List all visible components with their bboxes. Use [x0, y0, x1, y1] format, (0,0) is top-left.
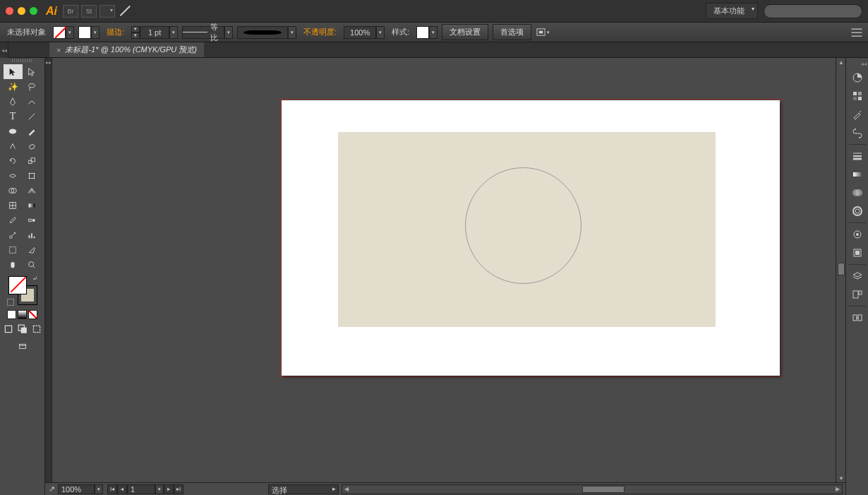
- fill-color-indicator[interactable]: [8, 276, 27, 294]
- preferences-button[interactable]: 首选项: [493, 24, 531, 40]
- fill-swatch[interactable]: [53, 26, 66, 39]
- lasso-tool[interactable]: [23, 79, 42, 94]
- brushes-panel-button[interactable]: [849, 106, 866, 123]
- direct-selection-tool[interactable]: [23, 64, 42, 79]
- ellipse-tool[interactable]: [4, 124, 23, 138]
- links-panel-button[interactable]: [849, 309, 866, 326]
- shaper-tool[interactable]: [4, 138, 23, 153]
- next-artboard-button[interactable]: ▸: [164, 484, 174, 494]
- rotate-tool[interactable]: [4, 153, 23, 168]
- close-window-button[interactable]: [6, 7, 13, 15]
- tools-grip[interactable]: [12, 59, 33, 62]
- cc-libraries-panel-button[interactable]: [849, 203, 866, 220]
- eraser-tool[interactable]: [23, 138, 42, 153]
- scroll-left-button[interactable]: ◀: [342, 486, 351, 493]
- opacity-label[interactable]: 不透明度:: [301, 27, 339, 37]
- stroke-panel-button[interactable]: [849, 148, 866, 165]
- eyedropper-tool[interactable]: [4, 213, 23, 227]
- swap-fill-stroke[interactable]: ⤾: [32, 275, 38, 282]
- scale-tool[interactable]: [23, 153, 42, 168]
- color-mode-solid[interactable]: [7, 310, 16, 319]
- fill-stroke-indicator[interactable]: ⤾: [8, 276, 37, 304]
- curvature-tool[interactable]: [23, 94, 42, 109]
- scroll-right-button[interactable]: ▶: [833, 486, 842, 493]
- stroke-weight-down[interactable]: [131, 32, 140, 39]
- type-tool[interactable]: T: [4, 109, 23, 124]
- draw-normal[interactable]: [2, 323, 15, 335]
- fill-dropdown[interactable]: [66, 26, 74, 39]
- perspective-grid-tool[interactable]: [23, 183, 42, 198]
- zoom-tool[interactable]: [23, 257, 42, 272]
- graphic-styles-panel-button[interactable]: [849, 244, 866, 261]
- stroke-profile[interactable]: 等比: [182, 26, 224, 39]
- control-bar-menu[interactable]: [850, 26, 864, 39]
- mesh-tool[interactable]: [4, 198, 23, 213]
- prev-artboard-button[interactable]: ◂: [117, 484, 127, 494]
- scroll-up-button[interactable]: ▲: [838, 58, 845, 66]
- width-tool[interactable]: [4, 168, 23, 183]
- close-tab-button[interactable]: ×: [56, 46, 61, 54]
- search-input[interactable]: [764, 4, 862, 18]
- last-artboard-button[interactable]: ▸I: [174, 484, 183, 494]
- color-mode-none[interactable]: [28, 310, 37, 319]
- slice-tool[interactable]: [23, 242, 42, 257]
- appearance-panel-button[interactable]: [849, 226, 866, 243]
- symbols-panel-button[interactable]: [849, 124, 866, 141]
- artboard-tool[interactable]: [4, 242, 23, 257]
- stroke-profile-dropdown[interactable]: [224, 26, 233, 39]
- workspace-switcher[interactable]: 基本功能: [706, 3, 758, 19]
- collapse-right-icon[interactable]: ◂◂: [861, 61, 867, 67]
- brush-definition[interactable]: [237, 26, 288, 39]
- pen-tool[interactable]: [4, 94, 23, 109]
- minimize-window-button[interactable]: [18, 7, 25, 15]
- scroll-down-button[interactable]: ▼: [838, 474, 845, 482]
- stroke-label[interactable]: 描边:: [104, 27, 127, 37]
- stroke-weight-dropdown[interactable]: [169, 26, 178, 39]
- vertical-scroll-thumb[interactable]: [838, 263, 845, 275]
- default-fill-stroke[interactable]: [7, 299, 14, 306]
- artboard-dropdown[interactable]: [155, 484, 164, 494]
- first-artboard-button[interactable]: I◂: [107, 484, 117, 494]
- stroke-weight-up[interactable]: [131, 26, 140, 32]
- horizontal-scrollbar[interactable]: ◀ ▶: [342, 484, 843, 494]
- opacity-input[interactable]: [344, 26, 376, 39]
- vertical-scrollbar[interactable]: ▲ ▼: [836, 58, 845, 482]
- left-collapse-tab[interactable]: ◂◂: [0, 42, 8, 58]
- paintbrush-tool[interactable]: [23, 124, 42, 138]
- zoom-dropdown[interactable]: [95, 484, 103, 494]
- stroke-swatch[interactable]: [78, 26, 91, 39]
- arrange-documents-dropdown[interactable]: [100, 5, 115, 18]
- current-tool-display[interactable]: 选择: [268, 484, 339, 494]
- align-to-dropdown[interactable]: ▾: [536, 26, 550, 39]
- zoom-level-input[interactable]: [58, 484, 95, 494]
- draw-inside[interactable]: [30, 323, 43, 335]
- left-panel-gutter[interactable]: ▸▸: [45, 58, 52, 482]
- draw-behind[interactable]: [16, 323, 29, 335]
- circle-object[interactable]: [465, 167, 581, 284]
- document-tab[interactable]: × 未标题-1* @ 100% (CMYK/GPU 预览): [49, 42, 204, 57]
- gradient-panel-button[interactable]: [849, 166, 866, 183]
- layers-panel-button[interactable]: [849, 268, 866, 285]
- gpu-preview-button[interactable]: [118, 5, 133, 18]
- line-tool[interactable]: [23, 109, 42, 124]
- stock-button[interactable]: St: [81, 5, 97, 18]
- brush-dropdown[interactable]: [288, 26, 296, 39]
- artboard[interactable]: [282, 100, 780, 376]
- magic-wand-tool[interactable]: ✨: [4, 79, 23, 94]
- graphic-style-dropdown[interactable]: [429, 26, 438, 39]
- bridge-button[interactable]: Br: [63, 5, 78, 18]
- artboard-number-input[interactable]: [127, 484, 155, 494]
- export-icon[interactable]: ↗: [45, 484, 58, 494]
- shape-builder-tool[interactable]: [4, 183, 23, 198]
- artboards-panel-button[interactable]: [849, 286, 866, 303]
- canvas-area[interactable]: ▸▸ ▲ ▼ ↗ I◂ ◂ ▸ ▸I 选择 ◀: [45, 58, 845, 495]
- maximize-window-button[interactable]: [30, 7, 37, 15]
- screen-mode-button[interactable]: [13, 339, 32, 354]
- column-graph-tool[interactable]: [23, 227, 42, 242]
- color-panel-button[interactable]: [849, 69, 866, 86]
- swatches-panel-button[interactable]: [849, 88, 866, 105]
- selection-tool[interactable]: [4, 64, 23, 79]
- opacity-dropdown[interactable]: [376, 26, 385, 39]
- free-transform-tool[interactable]: [23, 168, 42, 183]
- color-mode-gradient[interactable]: [18, 310, 27, 319]
